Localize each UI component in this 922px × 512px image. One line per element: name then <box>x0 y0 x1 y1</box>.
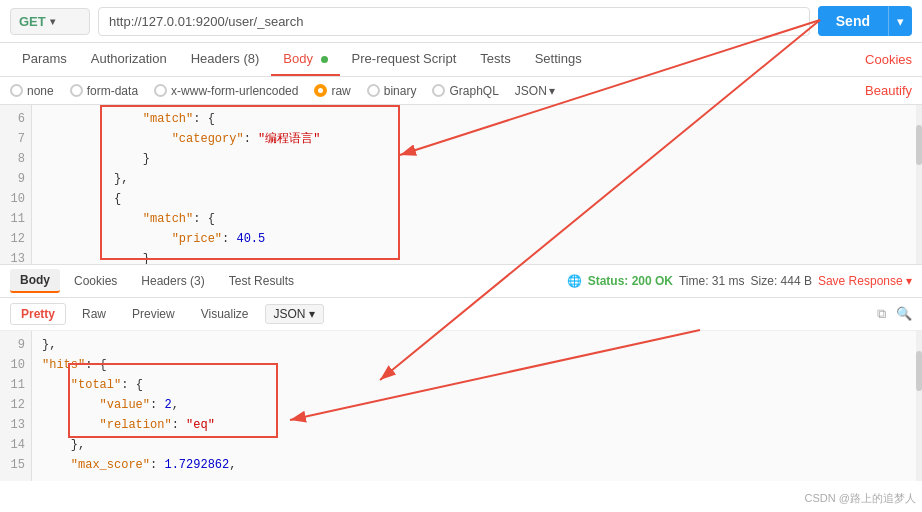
request-editor-content[interactable]: "match": { "category": "编程语言" } }, { "ma… <box>32 105 922 264</box>
tab-authorization[interactable]: Authorization <box>79 43 179 76</box>
status-info: 🌐 Status: 200 OK Time: 31 ms Size: 444 B… <box>567 274 912 288</box>
send-button[interactable]: Send <box>818 6 888 36</box>
json-badge-chevron: ▾ <box>309 307 315 321</box>
radio-formdata <box>70 84 83 97</box>
response-line-numbers: 9 10 11 12 13 14 15 <box>0 331 32 481</box>
size-badge: Size: 444 B <box>751 274 812 288</box>
body-dot <box>321 56 328 63</box>
json-format-badge[interactable]: JSON ▾ <box>265 304 324 324</box>
body-raw[interactable]: raw <box>314 84 350 98</box>
fmt-tab-preview[interactable]: Preview <box>122 304 185 324</box>
fmt-tab-pretty[interactable]: Pretty <box>10 303 66 325</box>
json-chevron-icon: ▾ <box>549 84 555 98</box>
response-editor-content[interactable]: }, "hits": { "total": { "value": 2, "rel… <box>32 331 922 481</box>
tab-headers[interactable]: Headers (8) <box>179 43 272 76</box>
body-urlencoded[interactable]: x-www-form-urlencoded <box>154 84 298 98</box>
tab-body[interactable]: Body <box>271 43 339 76</box>
radio-none <box>10 84 23 97</box>
method-chevron-icon: ▾ <box>50 16 55 27</box>
tab-params[interactable]: Params <box>10 43 79 76</box>
search-icon[interactable]: 🔍 <box>896 306 912 322</box>
send-dropdown-button[interactable]: ▾ <box>888 6 912 36</box>
json-label: JSON <box>515 84 547 98</box>
fmt-tab-visualize[interactable]: Visualize <box>191 304 259 324</box>
response-editor: 9 10 11 12 13 14 15 }, "hits": { "total"… <box>0 331 922 481</box>
body-formdata[interactable]: form-data <box>70 84 138 98</box>
beautify-button[interactable]: Beautify <box>865 83 912 98</box>
url-input[interactable] <box>98 7 810 36</box>
radio-raw <box>314 84 327 97</box>
result-tab-cookies[interactable]: Cookies <box>64 270 127 292</box>
body-graphql[interactable]: GraphQL <box>432 84 498 98</box>
time-badge: Time: 31 ms <box>679 274 745 288</box>
top-bar: GET ▾ Send ▾ <box>0 0 922 43</box>
body-type-row: none form-data x-www-form-urlencoded raw… <box>0 77 922 105</box>
json-badge-label: JSON <box>274 307 306 321</box>
result-tab-testresults[interactable]: Test Results <box>219 270 304 292</box>
request-editor: 6 7 8 9 10 11 12 13 14 "match": { "categ… <box>0 105 922 265</box>
tab-settings[interactable]: Settings <box>523 43 594 76</box>
tab-tests[interactable]: Tests <box>468 43 522 76</box>
status-badge: Status: 200 OK <box>588 274 673 288</box>
body-none[interactable]: none <box>10 84 54 98</box>
send-group: Send ▾ <box>818 6 912 36</box>
save-response-button[interactable]: Save Response ▾ <box>818 274 912 288</box>
radio-graphql <box>432 84 445 97</box>
method-select[interactable]: GET ▾ <box>10 8 90 35</box>
radio-binary <box>367 84 380 97</box>
result-tab-headers[interactable]: Headers (3) <box>131 270 214 292</box>
nav-tabs: Params Authorization Headers (8) Body Pr… <box>0 43 922 77</box>
tab-prerequest[interactable]: Pre-request Script <box>340 43 469 76</box>
cookies-link[interactable]: Cookies <box>865 52 912 67</box>
json-format-select[interactable]: JSON ▾ <box>515 84 555 98</box>
watermark: CSDN @路上的追梦人 <box>805 491 916 506</box>
fmt-icons: ⧉ 🔍 <box>877 306 912 322</box>
fmt-tab-raw[interactable]: Raw <box>72 304 116 324</box>
globe-icon: 🌐 <box>567 274 582 288</box>
request-line-numbers: 6 7 8 9 10 11 12 13 14 <box>0 105 32 264</box>
result-tabs: Body Cookies Headers (3) Test Results 🌐 … <box>0 265 922 298</box>
body-binary[interactable]: binary <box>367 84 417 98</box>
format-tabs: Pretty Raw Preview Visualize JSON ▾ ⧉ 🔍 <box>0 298 922 331</box>
result-tab-body[interactable]: Body <box>10 269 60 293</box>
radio-urlencoded <box>154 84 167 97</box>
method-label: GET <box>19 14 46 29</box>
copy-icon[interactable]: ⧉ <box>877 306 886 322</box>
